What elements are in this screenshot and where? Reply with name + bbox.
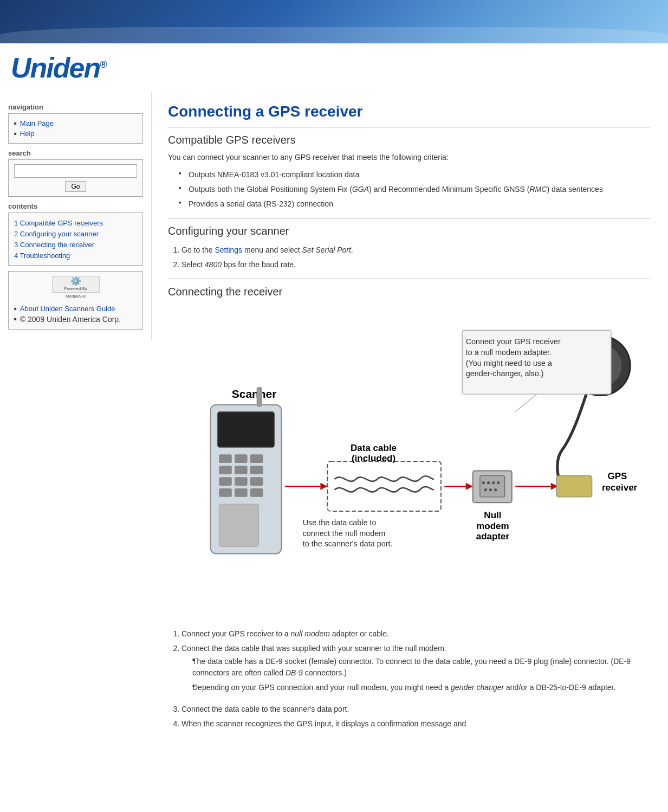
svg-text:to the scanner's data port.: to the scanner's data port. bbox=[303, 539, 393, 548]
svg-rect-11 bbox=[219, 488, 232, 497]
contents-link-3[interactable]: 3 Connecting the receiver bbox=[14, 241, 94, 249]
contents-box: 1 Compatible GPS receivers 2 Configuring… bbox=[8, 212, 143, 266]
contents-link-1[interactable]: 1 Compatible GPS receivers bbox=[14, 219, 103, 227]
search-input[interactable] bbox=[14, 164, 137, 178]
navigation-box: Main Page Help bbox=[8, 113, 143, 144]
section-configuring-heading: Configuring your scanner bbox=[168, 225, 650, 237]
contents-link-2[interactable]: 2 Configuring your scanner bbox=[14, 230, 99, 238]
footer-item-copyright: © 2009 Uniden America Corp. bbox=[14, 314, 137, 325]
svg-rect-2 bbox=[219, 454, 232, 463]
svg-text:Use the data cable to: Use the data cable to bbox=[303, 518, 377, 527]
svg-point-26 bbox=[487, 481, 490, 484]
footer-item-about[interactable]: About Uniden Scanners Guide bbox=[14, 304, 137, 314]
search-button[interactable]: Go bbox=[65, 181, 86, 192]
svg-text:adapter: adapter bbox=[476, 531, 510, 542]
nav-link-help[interactable]: Help bbox=[20, 130, 35, 138]
svg-text:(included): (included) bbox=[352, 453, 395, 463]
svg-rect-14 bbox=[219, 504, 258, 547]
main-content: Connecting a GPS receiver Compatible GPS… bbox=[152, 92, 666, 747]
configuring-step-1: Go to the Settings menu and select Set S… bbox=[181, 243, 650, 257]
svg-point-27 bbox=[492, 481, 495, 484]
footer-links-list: About Uniden Scanners Guide © 2009 Unide… bbox=[14, 304, 137, 325]
svg-point-29 bbox=[484, 488, 487, 491]
search-box: Go bbox=[8, 159, 143, 197]
contents-link-4[interactable]: 4 Troubleshooting bbox=[14, 252, 70, 260]
page-wrapper: navigation Main Page Help search Go cont… bbox=[0, 92, 668, 747]
compatible-bullet-1: Outputs NMEA-0183 v3.01-compliant locati… bbox=[179, 167, 650, 182]
search-label: search bbox=[8, 149, 143, 157]
section-compatible-heading: Compatible GPS receivers bbox=[168, 134, 650, 146]
section-connecting-heading: Connecting the receiver bbox=[168, 286, 650, 298]
svg-text:Connect your GPS receiver: Connect your GPS receiver bbox=[466, 337, 561, 346]
contents-item-2[interactable]: 2 Configuring your scanner bbox=[14, 228, 137, 239]
mediawiki-icon: ⚙️ bbox=[54, 278, 98, 285]
svg-point-31 bbox=[494, 488, 497, 491]
configuring-step-2: Select 4800 bps for the baud rate. bbox=[181, 257, 650, 272]
copyright-text: © 2009 Uniden America Corp. bbox=[20, 315, 121, 324]
svg-rect-15 bbox=[257, 387, 262, 407]
svg-text:modem: modem bbox=[476, 521, 509, 531]
compatible-intro: You can connect your scanner to any GPS … bbox=[168, 152, 650, 163]
section-compatible: Compatible GPS receivers You can connect… bbox=[168, 134, 650, 211]
svg-rect-9 bbox=[235, 477, 248, 486]
svg-text:Null: Null bbox=[484, 510, 501, 520]
contents-label: contents bbox=[8, 202, 143, 210]
mediawiki-badge: ⚙️ Powered ByMediaWiki bbox=[14, 276, 137, 299]
svg-rect-6 bbox=[235, 466, 248, 474]
svg-text:connect the null modem: connect the null modem bbox=[303, 529, 386, 538]
svg-rect-8 bbox=[219, 477, 232, 486]
contents-item-1[interactable]: 1 Compatible GPS receivers bbox=[14, 217, 137, 228]
connecting-step-4: When the scanner recognizes the GPS inpu… bbox=[181, 717, 650, 731]
logo: Uniden® bbox=[11, 52, 106, 83]
scanner-label: Scanner bbox=[232, 388, 277, 400]
nav-item-help[interactable]: Help bbox=[14, 128, 137, 139]
nav-link-main[interactable]: Main Page bbox=[20, 119, 54, 127]
svg-point-30 bbox=[489, 488, 492, 491]
section-configuring: Configuring your scanner Go to the Setti… bbox=[168, 225, 650, 272]
svg-text:(You might need to use a: (You might need to use a bbox=[466, 359, 552, 368]
svg-rect-24 bbox=[480, 476, 505, 497]
svg-text:Data cable: Data cable bbox=[351, 443, 397, 453]
mediawiki-label: Powered ByMediaWiki bbox=[54, 285, 98, 300]
svg-text:to a null modem adapter.: to a null modem adapter. bbox=[466, 348, 552, 357]
connecting-step-3: Connect the data cable to the scanner's … bbox=[181, 702, 650, 717]
connecting-steps: Connect your GPS receiver to a null mode… bbox=[181, 627, 650, 731]
settings-link[interactable]: Settings bbox=[215, 246, 242, 254]
svg-marker-22 bbox=[466, 483, 473, 490]
connecting-step-2-bullet-1: The data cable has a DE-9 socket (female… bbox=[192, 654, 650, 680]
svg-point-25 bbox=[482, 481, 485, 484]
navigation-list: Main Page Help bbox=[14, 118, 137, 139]
divider-2 bbox=[168, 218, 650, 218]
sidebar: navigation Main Page Help search Go cont… bbox=[0, 92, 152, 340]
section-connecting: Connecting the receiver Scanner bbox=[168, 286, 650, 731]
connecting-step-2-bullet-2: Depending on your GPS connection and you… bbox=[192, 680, 650, 695]
connecting-step-2: Connect the data cable that was supplied… bbox=[181, 641, 650, 702]
svg-marker-17 bbox=[320, 483, 327, 490]
svg-text:GPS: GPS bbox=[607, 471, 627, 481]
connecting-step-2-bullets: The data cable has a DE-9 socket (female… bbox=[192, 654, 650, 695]
mediawiki-badge-image: ⚙️ Powered ByMediaWiki bbox=[52, 276, 100, 293]
svg-rect-1 bbox=[218, 412, 275, 447]
svg-line-47 bbox=[515, 394, 536, 412]
diagram-svg: Scanner bbox=[168, 309, 650, 614]
svg-rect-39 bbox=[556, 476, 592, 497]
svg-rect-5 bbox=[219, 466, 232, 474]
contents-item-3[interactable]: 3 Connecting the receiver bbox=[14, 239, 137, 250]
svg-rect-13 bbox=[250, 488, 263, 497]
compatible-bullet-2: Outputs both the Global Positioning Syst… bbox=[179, 182, 650, 197]
footer-link-about[interactable]: About Uniden Scanners Guide bbox=[20, 305, 115, 313]
svg-rect-3 bbox=[235, 454, 248, 463]
mediawiki-section: ⚙️ Powered ByMediaWiki About Uniden Scan… bbox=[8, 271, 143, 330]
page-title: Connecting a GPS receiver bbox=[168, 103, 650, 120]
contents-item-4[interactable]: 4 Troubleshooting bbox=[14, 250, 137, 261]
configuring-steps: Go to the Settings menu and select Set S… bbox=[181, 243, 650, 272]
divider-3 bbox=[168, 279, 650, 279]
compatible-bullet-3: Provides a serial data (RS-232) connecti… bbox=[179, 197, 650, 211]
svg-text:receiver: receiver bbox=[602, 482, 638, 493]
nav-item-main[interactable]: Main Page bbox=[14, 118, 137, 128]
compatible-bullets: Outputs NMEA-0183 v3.01-compliant locati… bbox=[179, 167, 650, 211]
svg-rect-7 bbox=[250, 466, 263, 474]
logo-area: Uniden® bbox=[0, 43, 668, 92]
header-banner bbox=[0, 0, 668, 43]
svg-rect-10 bbox=[250, 477, 263, 486]
